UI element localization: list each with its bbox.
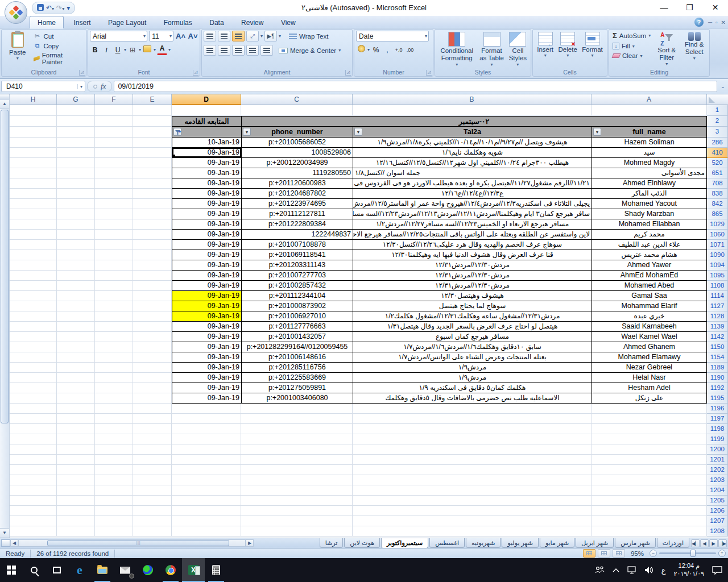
cell[interactable] (95, 230, 133, 240)
tal2a-cell[interactable]: سوهاج عرف الخصم والهديه وقال هرد عليكى١٢… (353, 240, 592, 250)
cell[interactable] (133, 465, 172, 475)
date-cell[interactable]: 09-Jan-19 (172, 291, 241, 301)
fullname-header-cell[interactable]: full_name▼ (592, 127, 707, 138)
tal2a-cell[interactable]: بعتله المنتجات وعرض الشتاء على الواتس//م… (353, 352, 592, 363)
cell[interactable] (241, 475, 353, 485)
insert-cells-button[interactable]: Insert▾ (535, 31, 556, 68)
cell[interactable] (241, 455, 353, 465)
cell[interactable] (57, 485, 95, 496)
phone-cell[interactable]: p:+201005686052 (241, 138, 353, 148)
zoom-slider-thumb[interactable] (690, 550, 696, 557)
phone-cell[interactable]: p:+201223974695 (241, 199, 353, 209)
cell[interactable] (353, 434, 592, 444)
date-cell[interactable]: 09-Jan-19 (172, 271, 241, 281)
tal2a-cell[interactable]: الاسماعليه طلب نص حضرمى بالاضافات وقال ٥… (353, 393, 592, 404)
cell[interactable] (592, 105, 707, 116)
cell[interactable] (57, 209, 95, 219)
orientation-dropdown-icon[interactable]: ▾ (260, 34, 263, 39)
cell[interactable] (95, 158, 133, 168)
date-cell[interactable]: 09-Jan-19 (172, 342, 241, 352)
last-sheet-icon[interactable]: ▕▶ (718, 539, 727, 547)
fullname-cell[interactable]: AhmEd MohamEd (592, 271, 707, 281)
cell[interactable] (57, 506, 95, 516)
row-header-1196[interactable]: 1196 (707, 404, 728, 414)
horizontal-scrollbar[interactable] (18, 539, 246, 547)
cell[interactable] (172, 404, 241, 414)
tal2a-cell[interactable]: مردش١٢/٣١//مشغول ساعه وهكلمك١٢/٣١//مشغول… (353, 311, 592, 322)
cell[interactable] (133, 311, 172, 322)
cell[interactable] (57, 434, 95, 444)
underline-dropdown-icon[interactable]: ▾ (124, 47, 126, 52)
tab-page-layout[interactable]: Page Layout (101, 16, 154, 29)
fullname-cell[interactable]: الذئب الماكر (592, 189, 707, 199)
cell[interactable] (95, 189, 133, 199)
cell[interactable] (133, 342, 172, 352)
row-header-1139[interactable]: 1139 (707, 322, 728, 332)
tal2a-cell[interactable]: مسافر هيرجع كمان اسبوع (353, 332, 592, 342)
tal2a-cell[interactable]: سافر هيرجع كمان٣ ايام وهيكلمنا//مردش١٢/١… (353, 209, 592, 219)
row-header-286[interactable]: 286 (707, 138, 728, 148)
row-header-651[interactable]: 651 (707, 168, 728, 178)
percent-style-button[interactable]: % (371, 44, 381, 55)
phone-cell[interactable]: p:+201112127811 (241, 209, 353, 219)
office-button[interactable] (5, 1, 27, 24)
row-header-1190[interactable]: 1190 (707, 373, 728, 383)
cell[interactable] (57, 332, 95, 342)
date-filter-header-cell[interactable] (172, 127, 241, 138)
sheet-tab-item[interactable]: اغسطس (429, 538, 465, 548)
tal2a-cell[interactable]: سوهاج لما يحتاج هيتصل (353, 301, 592, 311)
cell[interactable] (10, 373, 57, 383)
column-header-e[interactable]: E (133, 94, 172, 105)
filter-dropdown-icon[interactable]: ▼ (354, 128, 362, 136)
phone-cell[interactable]: 1008529806 (241, 148, 353, 158)
page-break-view-button[interactable] (613, 549, 625, 558)
tal2a-cell[interactable]: ع١٢/٣//ع١٢/٤//ع١٢/١٦ (353, 189, 592, 199)
cell[interactable] (133, 332, 172, 342)
decrease-decimal-button[interactable]: .00 (405, 44, 415, 55)
cell[interactable] (57, 199, 95, 209)
date-cell[interactable]: 09-Jan-19 (172, 209, 241, 219)
cell[interactable] (95, 475, 133, 485)
cell[interactable] (95, 516, 133, 526)
cell[interactable] (10, 526, 57, 537)
vertical-split-handle[interactable] (0, 94, 9, 99)
cell[interactable] (10, 383, 57, 393)
tal2a-cell[interactable]: يجيلى الثلاثاء فى اسكندريه١٢/٣//مردش١٢/٤… (353, 199, 592, 209)
row-header-1142[interactable]: 1142 (707, 332, 728, 342)
date-cell[interactable]: 09-Jan-19 (172, 281, 241, 291)
date-cell[interactable]: 09-Jan-19 (172, 322, 241, 332)
cell[interactable] (10, 178, 57, 189)
date-cell[interactable]: 09-Jan-19 (172, 352, 241, 363)
cell[interactable] (10, 219, 57, 230)
cell[interactable] (95, 444, 133, 455)
fullname-cell[interactable]: Mohmed Magdy (592, 158, 707, 168)
cell[interactable] (592, 526, 707, 537)
column-header-f[interactable]: F (95, 94, 133, 105)
accounting-format-button[interactable] (356, 44, 366, 55)
row-header-1198[interactable]: 1198 (707, 424, 728, 434)
tal2a-cell[interactable]: هيشوف ويتصل //م٩/٢٧//م١٠/١//م١٠/١٤//كلمي… (353, 138, 592, 148)
cell[interactable] (172, 414, 241, 424)
wrap-text-button[interactable]: Wrap Text (287, 32, 330, 40)
date-cell[interactable]: 09-Jan-19 (172, 148, 241, 158)
cell[interactable] (10, 414, 57, 424)
cell[interactable] (57, 455, 95, 465)
cell[interactable] (95, 260, 133, 271)
close-button[interactable]: ✕ (702, 0, 728, 16)
taskbar-start-button[interactable] (0, 558, 23, 582)
fullname-cell[interactable]: Helal Nasr (592, 373, 707, 383)
taskbar-file-explorer-button[interactable] (91, 558, 114, 582)
cell[interactable] (10, 138, 57, 148)
cell[interactable] (95, 506, 133, 516)
date-cell[interactable]: 09-Jan-19 (172, 219, 241, 230)
cell[interactable] (95, 199, 133, 209)
phone-cell[interactable]: p:+2001220034989 (241, 158, 353, 168)
cell[interactable] (133, 485, 172, 496)
cell[interactable] (133, 105, 172, 116)
fullname-cell[interactable]: على زنكل (592, 393, 707, 404)
font-color-dropdown-icon[interactable]: ▾ (168, 47, 171, 52)
row-header-1095[interactable]: 1095 (707, 271, 728, 281)
row-header-1205[interactable]: 1205 (707, 496, 728, 506)
cell[interactable] (95, 373, 133, 383)
cell[interactable] (592, 455, 707, 465)
